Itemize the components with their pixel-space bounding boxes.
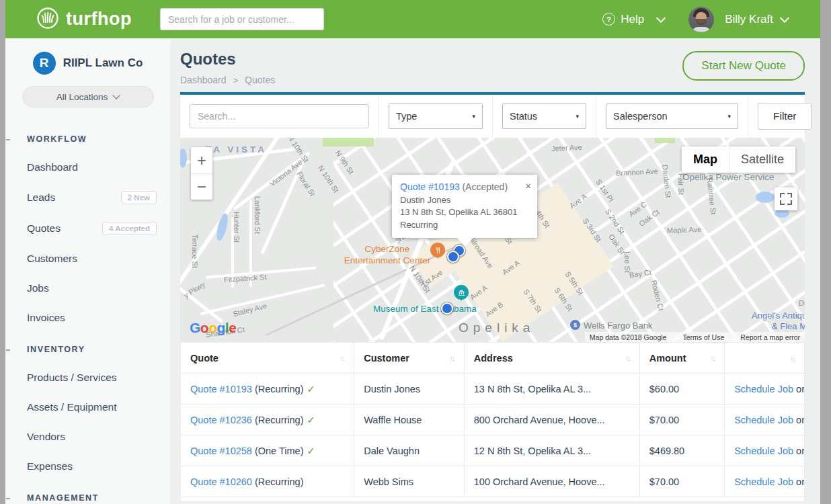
quote-link[interactable]: Quote #10193 — [190, 384, 252, 394]
sidebar: R RIIPL Lawn Co All Locations WORKFLOWDa… — [5, 38, 170, 504]
sidebar-item-jobs[interactable]: Jobs — [5, 282, 170, 294]
start-new-quote-button[interactable]: Start New Quote — [682, 51, 805, 81]
company-name: RIIPL Lawn Co — [63, 56, 143, 70]
user-avatar[interactable] — [688, 7, 714, 32]
salesperson-select[interactable]: Salesperson ▾ — [606, 103, 738, 129]
map-canvas[interactable]: TA VISTAN 10th StN 10th StN 9th StVictor… — [180, 138, 805, 342]
locations-label: All Locations — [56, 92, 108, 102]
google-logo-letter: o — [200, 320, 208, 335]
map-label: Bay Ct — [629, 268, 652, 280]
sort-icon[interactable]: ↑↓ — [450, 354, 454, 362]
sort-icon[interactable]: ↑↓ — [790, 355, 795, 363]
sidebar-item-products-services[interactable]: Products / Services — [5, 372, 170, 384]
quotes-table: Quote↑↓Customer↑↓Address↑↓Amount↑↓↑↓ Quo… — [180, 342, 805, 497]
map-label: Opelika Power Service — [682, 172, 775, 183]
help-menu[interactable]: ? Help — [602, 13, 664, 26]
schedule-job-link[interactable]: Schedule Job — [734, 384, 793, 394]
locations-dropdown[interactable]: All Locations — [22, 86, 154, 108]
fullscreen-icon[interactable] — [775, 187, 797, 210]
map-label: N 10th St — [315, 164, 340, 195]
satellite-view-button[interactable]: Satellite — [729, 146, 795, 173]
quotes-search-input[interactable] — [190, 104, 369, 128]
schedule-job-link[interactable]: Schedule Job — [734, 415, 793, 425]
quote-type: (Recurring) — [252, 476, 304, 487]
info-window-customer: Dustin Jones — [400, 194, 529, 206]
map-label: CyberZone Entertainment Center — [343, 244, 432, 267]
accepted-check-icon: ✓ — [307, 384, 315, 394]
sort-icon[interactable]: ↑↓ — [340, 354, 344, 362]
column-header-label: Quote — [190, 353, 219, 364]
info-window-quote-link[interactable]: Quote #10193 — [400, 181, 460, 192]
quote-cell: Quote #10193 (Recurring)✓ — [181, 374, 354, 405]
column-header-quote[interactable]: Quote↑↓ — [181, 343, 354, 374]
actions-connector: or — [793, 476, 804, 487]
schedule-job-link[interactable]: Schedule Job — [734, 446, 793, 456]
quote-marker[interactable] — [441, 302, 453, 314]
global-search-input[interactable] — [160, 8, 324, 30]
grass-logo-icon — [36, 7, 59, 32]
zoom-out-button[interactable]: − — [191, 173, 212, 200]
table-body: Quote #10193 (Recurring)✓Dustin Jones13 … — [181, 374, 805, 497]
sort-icon[interactable]: ↑↓ — [710, 354, 715, 362]
amount-cell: $70.00 — [639, 466, 724, 497]
map-data-credit: Map data ©2018 Google — [590, 333, 667, 341]
brand-logo[interactable]: turfhop — [36, 7, 132, 32]
quote-marker[interactable] — [447, 251, 459, 263]
table-header-row: Quote↑↓Customer↑↓Address↑↓Amount↑↓↑↓ — [181, 343, 805, 374]
schedule-job-link[interactable]: Schedule Job — [734, 476, 793, 487]
info-window-type: Recurring — [400, 219, 529, 231]
sidebar-item-customers[interactable]: Customers — [5, 253, 170, 265]
sidebar-item-invoices[interactable]: Invoices — [5, 312, 170, 324]
sidebar-item-leads[interactable]: Leads2 New — [5, 191, 170, 204]
column-header-label: Address — [474, 353, 513, 364]
column-header-label: Customer — [364, 353, 409, 364]
right-scrollbar[interactable] — [820, 0, 831, 504]
column-header-amount[interactable]: Amount↑↓ — [639, 343, 724, 374]
map-label: N 9th St — [333, 149, 356, 177]
filter-button[interactable]: Filter — [758, 103, 812, 130]
dropdown-arrow-icon: ▾ — [727, 113, 731, 120]
zoom-in-button[interactable]: + — [191, 147, 212, 173]
status-select[interactable]: Status ▾ — [502, 103, 586, 129]
museum-poi-icon[interactable] — [454, 285, 469, 300]
sort-icon[interactable]: ↑↓ — [625, 354, 630, 362]
map-view-button[interactable]: Map — [682, 146, 729, 173]
map-label: Dr — [799, 299, 805, 308]
chevron-down-icon — [113, 91, 120, 99]
quote-link[interactable]: Quote #10258 — [190, 446, 252, 456]
column-header-customer[interactable]: Customer↑↓ — [354, 343, 465, 374]
sidebar-item-label: Dashboard — [27, 161, 78, 173]
sidebar-item-dashboard[interactable]: Dashboard — [5, 161, 170, 173]
map-label: S 1st Pl — [594, 177, 616, 204]
column-header-address[interactable]: Address↑↓ — [464, 343, 639, 374]
quote-link[interactable]: Quote #10260 — [190, 476, 252, 487]
chevron-down-icon[interactable] — [780, 13, 789, 22]
sidebar-item-quotes[interactable]: Quotes4 Accepted — [5, 222, 170, 235]
sidebar-item-vendors[interactable]: Vendors — [5, 431, 170, 443]
map-label: S 2nd St — [603, 208, 627, 237]
type-select[interactable]: Type ▾ — [389, 103, 483, 129]
sidebar-item-badge: 2 New — [121, 191, 157, 204]
map-label: Museum of East Alabama — [373, 304, 477, 315]
bank-poi-icon[interactable]: $ — [570, 320, 580, 330]
map-label: Lankford St — [252, 196, 262, 234]
table-row: Quote #10260 (Recurring)Webb Sims100 Orc… — [181, 466, 805, 497]
terms-of-use-link[interactable]: Terms of Use — [682, 333, 724, 341]
sidebar-item-label: Vendors — [27, 431, 65, 443]
address-cell: 13 N 8th St, Opelika AL 3... — [464, 374, 639, 405]
restaurant-poi-icon[interactable] — [430, 243, 445, 257]
column-header-actions[interactable]: ↑↓ — [725, 343, 805, 374]
address-cell: 100 Orchard Avenue, Hoove... — [464, 466, 639, 497]
google-logo[interactable]: Google — [190, 320, 236, 336]
close-icon[interactable]: × — [525, 179, 531, 193]
breadcrumb-dashboard[interactable]: Dashboard — [180, 75, 227, 85]
actions-cell: Schedule Job or Cancel Quote — [725, 405, 805, 435]
sidebar-item-expenses[interactable]: Expenses — [5, 460, 170, 472]
report-map-error-link[interactable]: Report a map error — [740, 333, 800, 341]
left-scrollbar[interactable] — [0, 0, 5, 504]
map-label: S 7th St — [521, 288, 543, 314]
nav-section-label: INVENTORY — [27, 345, 85, 354]
sidebar-item-assets-equipment[interactable]: Assets / Equipment — [5, 401, 170, 413]
quote-link[interactable]: Quote #10236 — [190, 415, 252, 425]
map-label: Terrace St — [190, 235, 199, 268]
